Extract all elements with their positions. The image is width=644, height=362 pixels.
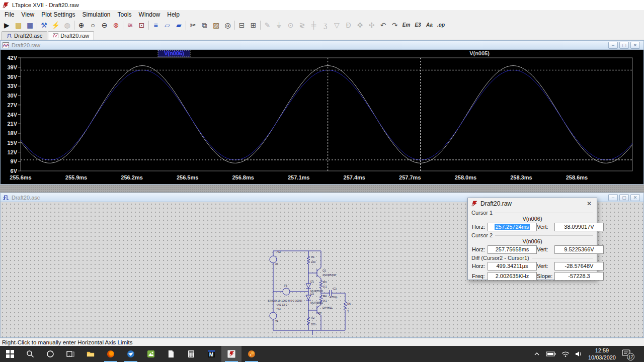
diff-horz-field[interactable]: 499.34211µs xyxy=(488,262,537,270)
close-button[interactable]: ✕ xyxy=(630,194,640,201)
component-label: AC 32 0 xyxy=(277,303,287,306)
wifi-icon[interactable] xyxy=(561,351,570,357)
rotate-button[interactable]: E3 xyxy=(412,20,424,31)
folder-icon xyxy=(87,350,95,358)
source-v3[interactable] xyxy=(283,288,290,295)
close-button[interactable]: ✕ xyxy=(630,42,640,49)
tab-draft20.raw[interactable]: Draft20.raw xyxy=(48,31,94,40)
toolbar-separator xyxy=(260,21,261,30)
control-panel-button[interactable]: ⚒ xyxy=(38,20,50,31)
tile-windows-button[interactable]: ≡ xyxy=(150,20,162,31)
minimize-button[interactable]: – xyxy=(608,42,618,49)
save-button[interactable]: ▦ xyxy=(24,20,36,31)
cursor2-vert-field[interactable]: 9.5225366V xyxy=(554,245,604,254)
notification-center-button[interactable]: 17 xyxy=(621,349,632,359)
spice-directive-button[interactable]: .op xyxy=(435,20,447,31)
trace-label-v(n005)[interactable]: V(n005) xyxy=(469,50,490,56)
document-app-button[interactable] xyxy=(161,346,181,362)
taskbar-clock[interactable]: 12:59 10/03/2020 xyxy=(588,347,616,361)
menu-view[interactable]: View xyxy=(18,11,38,19)
print-preview-button[interactable]: ⊞ xyxy=(248,20,259,31)
trace-label-v(n006)[interactable]: V(n006) xyxy=(164,50,184,56)
diff-header: Diff (Cursor2 - Cursor1) xyxy=(468,254,597,261)
new-schematic-button[interactable]: ▶ xyxy=(1,20,13,31)
print-button[interactable]: ⊟ xyxy=(236,20,248,31)
redo-button[interactable]: ↷ xyxy=(389,20,400,31)
task-view-button[interactable] xyxy=(60,346,80,362)
calculator-button[interactable] xyxy=(181,346,201,362)
cascade-windows-button[interactable]: ▱ xyxy=(162,20,173,31)
mirror-button[interactable]: Em xyxy=(400,20,412,31)
component-label: 0.1 xyxy=(323,285,327,288)
clock-time: 12:59 xyxy=(588,347,616,354)
cursor2-horz-field[interactable]: 257.75658ms xyxy=(488,245,537,254)
waveform-window-title-bar[interactable]: Draft20.raw – ▢ ✕ xyxy=(1,41,643,50)
new-window-button[interactable]: ▰ xyxy=(173,20,185,31)
menu-tools[interactable]: Tools xyxy=(114,11,135,19)
open-button[interactable]: ▤ xyxy=(13,20,24,31)
minimize-button[interactable]: – xyxy=(608,194,618,201)
x-tick-label: 255.6ms xyxy=(10,174,31,180)
autorange-button[interactable]: ⊡ xyxy=(136,20,147,31)
waveform-plot[interactable]: 42V39V36V33V30V27V24V21V18V15V12V9V6V255… xyxy=(1,50,643,184)
x-tick-label: 258.3ms xyxy=(510,174,532,180)
component-label: 220 xyxy=(311,323,315,326)
find-button[interactable]: ◎ xyxy=(222,20,233,31)
firefox-button[interactable] xyxy=(101,346,121,362)
m-app-button[interactable]: M xyxy=(201,346,221,362)
wire-tool: ✎ xyxy=(262,20,273,31)
search-button[interactable] xyxy=(20,346,40,362)
inductor-tool: ʒ xyxy=(319,20,331,31)
notification-badge: 17 xyxy=(627,353,634,360)
source-v2[interactable] xyxy=(270,256,277,263)
zoom-full-extents-button[interactable]: ⊗ xyxy=(110,20,122,31)
zoom-in-button[interactable]: ⊕ xyxy=(75,20,87,31)
mdi-background xyxy=(0,185,644,193)
ltspice-logo-icon xyxy=(3,2,9,9)
menu-plot-settings[interactable]: Plot Settings xyxy=(38,11,78,19)
menu-bar: FileViewPlot SettingsSimulationToolsWind… xyxy=(0,10,644,19)
cortana-button[interactable] xyxy=(40,346,60,362)
mapp-icon: M xyxy=(207,350,215,358)
cursor-dialog-title-bar[interactable]: Draft20.raw ✕ xyxy=(468,198,597,209)
maximize-button[interactable]: ▢ xyxy=(619,194,629,201)
photo-app-button[interactable] xyxy=(141,346,161,362)
tray-chevron-up-icon[interactable] xyxy=(533,351,540,357)
freq-field[interactable]: 2.002635KHz xyxy=(488,272,537,281)
menu-help[interactable]: Help xyxy=(164,11,183,19)
ltspice-button[interactable] xyxy=(221,346,242,362)
y-tick-label: 27V xyxy=(7,102,17,108)
cursor-dialog[interactable]: Draft20.raw ✕ Cursor 1 V(n006) Horz: 257… xyxy=(467,198,597,280)
cut-button[interactable]: ✂ xyxy=(187,20,199,31)
source-v1[interactable] xyxy=(270,312,277,319)
start-button[interactable] xyxy=(0,346,20,362)
volume-icon[interactable] xyxy=(575,351,583,357)
menu-simulation[interactable]: Simulation xyxy=(79,11,114,19)
undo-button[interactable]: ↶ xyxy=(377,20,389,31)
text-button[interactable]: Aa xyxy=(424,20,435,31)
file-explorer-button[interactable] xyxy=(80,346,101,362)
y-tick-label: 12V xyxy=(7,149,17,155)
zoom-out-button[interactable]: ⊖ xyxy=(99,20,110,31)
thunderbird-button[interactable] xyxy=(121,346,141,362)
diff-vert-field[interactable]: -28.57648V xyxy=(554,262,604,270)
menu-window[interactable]: Window xyxy=(135,11,164,19)
menu-file[interactable]: File xyxy=(1,11,18,19)
slope-field[interactable]: -57228.3 xyxy=(554,272,604,281)
paste-button[interactable]: ▨ xyxy=(210,20,222,31)
paint-app-button[interactable] xyxy=(242,346,262,362)
tab-draft20.asc[interactable]: Draft20.asc xyxy=(2,31,47,40)
close-icon[interactable]: ✕ xyxy=(585,200,593,207)
greenapp-icon xyxy=(147,350,155,358)
copy-button[interactable]: ⧉ xyxy=(199,20,210,31)
component-label: 2SCR533P xyxy=(323,274,337,277)
zoom-area-button[interactable]: ○ xyxy=(87,20,99,31)
plot-pane-button[interactable]: ≋ xyxy=(124,20,136,31)
battery-icon[interactable] xyxy=(546,351,556,357)
waveform-window: Draft20.raw – ▢ ✕ 42V39V36V33V30V27V24V2… xyxy=(0,40,644,185)
run-button[interactable]: ⚡ xyxy=(50,20,61,31)
maximize-button[interactable]: ▢ xyxy=(619,42,629,49)
circuit-schematic[interactable]: V224R1220Q12SCR533PR30.1D1MUR5520D2MUR55… xyxy=(267,246,360,339)
cursor1-vert-field[interactable]: 38.099017V xyxy=(554,223,604,231)
cursor1-horz-field[interactable]: 257.25724ms xyxy=(488,223,537,231)
